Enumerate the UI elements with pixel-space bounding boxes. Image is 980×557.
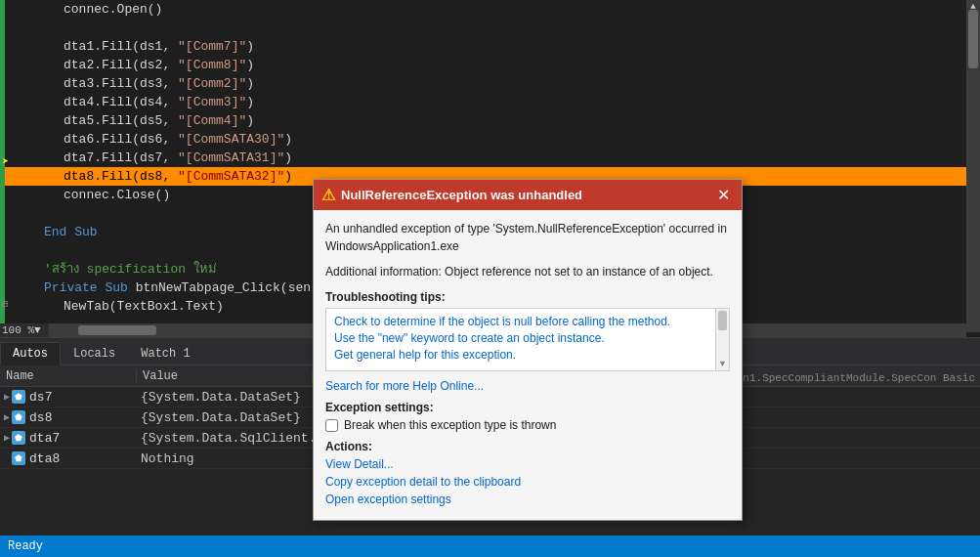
zoom-label: 100 % — [2, 324, 34, 336]
expand-arrow-icon[interactable]: ▶ — [4, 411, 10, 423]
tip-link-1[interactable]: Check to determine if the object is null… — [334, 315, 721, 328]
dialog-title-left: ⚠ NullReferenceException was unhandled — [321, 186, 582, 204]
row-icon: ⬟ — [12, 390, 25, 404]
bottom-right-text: n1.SpecCompliantModule.SpecCon Basic — [743, 372, 975, 384]
additional-info-text: Additional information: Object reference… — [325, 263, 730, 280]
search-more-link[interactable]: Search for more Help Online... — [325, 379, 730, 393]
troubleshooting-title: Troubleshooting tips: — [325, 290, 730, 304]
actions-section: Actions: View Detail... Copy exception d… — [325, 440, 730, 506]
exception-dialog: ⚠ NullReferenceException was unhandled ✕… — [313, 179, 743, 521]
copy-exception-link[interactable]: Copy exception detail to the clipboard — [325, 475, 730, 489]
row-name-label: dta7 — [29, 431, 60, 446]
tips-scrollbar-thumb[interactable] — [718, 311, 727, 330]
warning-icon: ⚠ — [321, 186, 335, 204]
tab-autos-label: Autos — [13, 347, 48, 361]
scrollbar-thumb[interactable] — [968, 10, 978, 68]
code-line: dta2.Fill(ds2, "[Comm8]") — [5, 56, 966, 74]
tips-scrollbar-arrow-down[interactable]: ▼ — [716, 357, 729, 370]
tab-watch1[interactable]: Watch 1 — [128, 342, 202, 365]
row-value: {System.Data.SqlClient.SqlData... — [137, 431, 313, 446]
row-value: Nothing — [137, 451, 313, 466]
dialog-titlebar: ⚠ NullReferenceException was unhandled ✕ — [314, 180, 742, 210]
expand-arrow-icon[interactable]: ▶ — [4, 391, 10, 403]
tab-watch1-label: Watch 1 — [141, 347, 190, 361]
row-icon: ⬟ — [12, 451, 25, 465]
code-line: dta6.Fill(ds6, "[CommSATA30]") — [5, 130, 966, 149]
row-value: {System.Data.DataSet} — [137, 390, 313, 405]
spec-text: n1.SpecCompliantModule.SpecCon Basic — [743, 372, 975, 384]
code-line: connec.Open() — [5, 0, 966, 19]
row-name-label: ds7 — [29, 390, 52, 405]
view-detail-link[interactable]: View Detail... — [325, 457, 730, 471]
tab-locals-label: Locals — [73, 347, 115, 361]
code-line: dta4.Fill(ds4, "[Comm3]") — [5, 93, 966, 111]
status-bar: Ready — [0, 536, 980, 557]
col-header-name: Name — [0, 369, 137, 383]
exception-checkbox-label: Break when this exception type is thrown — [344, 418, 556, 432]
code-line: dta7.Fill(ds7, "[CommSATA31]") — [5, 149, 966, 167]
dialog-title-text: NullReferenceException was unhandled — [341, 188, 582, 202]
row-icon: ⬟ — [12, 431, 25, 445]
code-line — [5, 19, 966, 37]
tab-autos[interactable]: Autos — [0, 342, 61, 365]
row-name: ▶ ⬟ dta8 — [0, 451, 137, 466]
zoom-arrow: ▼ — [34, 324, 41, 336]
status-text: Ready — [8, 539, 43, 553]
open-settings-link[interactable]: Open exception settings — [325, 493, 730, 506]
tips-scrollbar[interactable]: ▼ — [715, 309, 729, 370]
exception-checkbox[interactable] — [325, 419, 338, 432]
tab-locals[interactable]: Locals — [61, 342, 128, 365]
exception-settings-title: Exception settings: — [325, 401, 730, 414]
col-header-value: Value — [137, 369, 313, 383]
row-name-label: ds8 — [29, 410, 52, 425]
dialog-close-button[interactable]: ✕ — [713, 186, 734, 204]
tip-link-2[interactable]: Use the "new" keyword to create an objec… — [334, 331, 721, 345]
tip-link-3[interactable]: Get general help for this exception. — [334, 348, 721, 362]
row-value: {System.Data.DataSet} — [137, 410, 313, 425]
row-name: ▶ ⬟ dta7 — [0, 431, 137, 446]
row-name: ▶ ⬟ ds8 — [0, 410, 137, 425]
row-name-label: dta8 — [29, 451, 60, 466]
expand-arrow-icon[interactable]: ▶ — [4, 432, 10, 444]
exception-text: An unhandled exception of type 'System.N… — [325, 220, 730, 255]
zoom-control[interactable]: 100 % ▼ — [0, 323, 49, 337]
row-icon: ⬟ — [12, 410, 25, 424]
tips-box: Check to determine if the object is null… — [325, 308, 730, 371]
code-line: dta3.Fill(ds3, "[Comm2]") — [5, 74, 966, 93]
exception-settings-section: Exception settings: Break when this exce… — [325, 401, 730, 432]
dialog-body: An unhandled exception of type 'System.N… — [314, 210, 742, 520]
h-scrollbar-thumb[interactable] — [78, 325, 156, 335]
editor-vertical-scrollbar[interactable]: ▲ — [966, 0, 980, 332]
code-line: dta1.Fill(ds1, "[Comm7]") — [5, 37, 966, 56]
exception-checkbox-row: Break when this exception type is thrown — [325, 418, 730, 432]
actions-title: Actions: — [325, 440, 730, 453]
row-name: ▶ ⬟ ds7 — [0, 390, 137, 405]
code-line: dta5.Fill(ds5, "[Comm4]") — [5, 111, 966, 130]
